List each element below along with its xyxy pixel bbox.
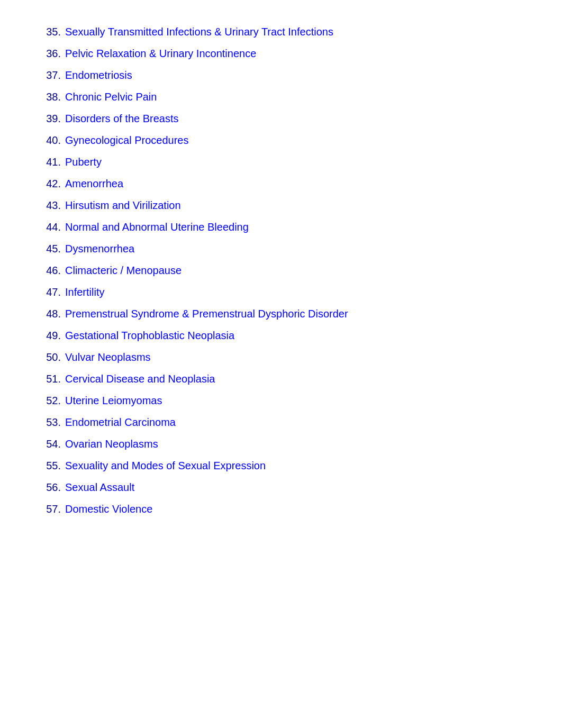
toc-number: 54.	[32, 436, 61, 452]
toc-link[interactable]: Normal and Abnormal Uterine Bleeding	[65, 219, 249, 235]
toc-number: 46.	[32, 262, 61, 279]
toc-link[interactable]: Premenstrual Syndrome & Premenstrual Dys…	[65, 306, 348, 322]
toc-link[interactable]: Climacteric / Menopause	[65, 262, 182, 279]
toc-link[interactable]: Sexuality and Modes of Sexual Expression	[65, 458, 266, 474]
list-item: 49.Gestational Trophoblastic Neoplasia	[32, 325, 530, 347]
list-item: 52.Uterine Leiomyomas	[32, 390, 530, 412]
toc-number: 35.	[32, 24, 61, 40]
toc-link[interactable]: Endometrial Carcinoma	[65, 414, 176, 431]
toc-link[interactable]: Dysmenorrhea	[65, 241, 134, 257]
list-item: 47.Infertility	[32, 281, 530, 303]
toc-link[interactable]: Gynecological Procedures	[65, 132, 188, 149]
toc-number: 37.	[32, 67, 61, 84]
list-item: 38.Chronic Pelvic Pain	[32, 86, 530, 108]
toc-link[interactable]: Puberty	[65, 154, 102, 170]
toc-number: 48.	[32, 306, 61, 322]
toc-link[interactable]: Infertility	[65, 284, 104, 301]
toc-link[interactable]: Uterine Leiomyomas	[65, 393, 162, 409]
toc-link[interactable]: Gestational Trophoblastic Neoplasia	[65, 327, 234, 344]
list-item: 40.Gynecological Procedures	[32, 130, 530, 151]
toc-number: 40.	[32, 132, 61, 149]
toc-link[interactable]: Ovarian Neoplasms	[65, 436, 158, 452]
list-item: 53.Endometrial Carcinoma	[32, 412, 530, 433]
toc-link[interactable]: Chronic Pelvic Pain	[65, 89, 157, 105]
list-item: 43.Hirsutism and Virilization	[32, 195, 530, 216]
toc-link[interactable]: Sexual Assault	[65, 479, 134, 496]
toc-number: 45.	[32, 241, 61, 257]
list-item: 37.Endometriosis	[32, 65, 530, 86]
toc-number: 39.	[32, 111, 61, 127]
toc-number: 52.	[32, 393, 61, 409]
toc-number: 53.	[32, 414, 61, 431]
toc-link[interactable]: Hirsutism and Virilization	[65, 197, 181, 214]
list-item: 57.Domestic Violence	[32, 498, 530, 520]
toc-number: 56.	[32, 479, 61, 496]
toc-link[interactable]: Domestic Violence	[65, 501, 152, 517]
list-item: 42.Amenorrhea	[32, 173, 530, 195]
list-item: 39.Disorders of the Breasts	[32, 108, 530, 130]
toc-link[interactable]: Endometriosis	[65, 67, 132, 84]
toc-number: 42.	[32, 176, 61, 192]
list-item: 56.Sexual Assault	[32, 477, 530, 498]
toc-number: 47.	[32, 284, 61, 301]
list-item: 45.Dysmenorrhea	[32, 238, 530, 260]
toc-number: 41.	[32, 154, 61, 170]
toc-link[interactable]: Sexually Transmitted Infections & Urinar…	[65, 24, 333, 40]
toc-number: 44.	[32, 219, 61, 235]
toc-number: 49.	[32, 327, 61, 344]
list-item: 36.Pelvic Relaxation & Urinary Incontine…	[32, 43, 530, 65]
toc-link[interactable]: Amenorrhea	[65, 176, 123, 192]
toc-number: 51.	[32, 371, 61, 387]
list-item: 54.Ovarian Neoplasms	[32, 433, 530, 455]
list-item: 41.Puberty	[32, 151, 530, 173]
list-item: 51.Cervical Disease and Neoplasia	[32, 368, 530, 390]
list-item: 46.Climacteric / Menopause	[32, 260, 530, 281]
list-item: 48.Premenstrual Syndrome & Premenstrual …	[32, 303, 530, 325]
toc-number: 36.	[32, 46, 61, 62]
toc-number: 55.	[32, 458, 61, 474]
toc-number: 43.	[32, 197, 61, 214]
list-item: 55.Sexuality and Modes of Sexual Express…	[32, 455, 530, 477]
toc-number: 38.	[32, 89, 61, 105]
toc-number: 50.	[32, 349, 61, 366]
list-item: 44.Normal and Abnormal Uterine Bleeding	[32, 216, 530, 238]
toc-number: 57.	[32, 501, 61, 517]
list-item: 35.Sexually Transmitted Infections & Uri…	[32, 21, 530, 43]
toc-link[interactable]: Cervical Disease and Neoplasia	[65, 371, 215, 387]
table-of-contents: 35.Sexually Transmitted Infections & Uri…	[32, 21, 530, 520]
list-item: 50.Vulvar Neoplasms	[32, 347, 530, 368]
toc-link[interactable]: Vulvar Neoplasms	[65, 349, 151, 366]
toc-link[interactable]: Disorders of the Breasts	[65, 111, 179, 127]
toc-link[interactable]: Pelvic Relaxation & Urinary Incontinence	[65, 46, 256, 62]
